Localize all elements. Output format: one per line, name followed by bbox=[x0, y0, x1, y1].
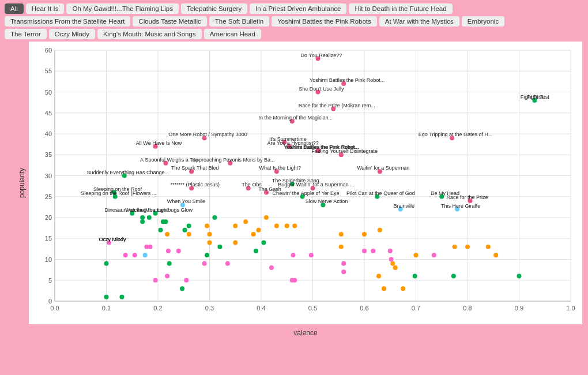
filter-transmissions[interactable]: Transmissions From the Satellite Heart bbox=[5, 16, 130, 27]
filter-row-1: All Hear It Is Oh My Gawd!!!...The Flami… bbox=[5, 3, 583, 14]
filter-soft-bulletin[interactable]: The Soft Bulletin bbox=[209, 16, 269, 27]
filter-the-terror[interactable]: The Terror bbox=[5, 29, 47, 39]
filter-american-head[interactable]: American Head bbox=[204, 29, 261, 39]
y-axis-label: popularity bbox=[18, 168, 26, 198]
chart-wrapper: popularity valence bbox=[29, 42, 583, 326]
filter-bar: All Hear It Is Oh My Gawd!!!...The Flami… bbox=[0, 0, 588, 39]
chart-container: popularity valence bbox=[29, 42, 582, 324]
filter-hit-to-death[interactable]: Hit to Death in the Future Head bbox=[349, 3, 452, 14]
filter-at-war[interactable]: At War with the Mystics bbox=[379, 16, 459, 27]
filter-all[interactable]: All bbox=[5, 3, 24, 14]
scatter-chart bbox=[29, 42, 582, 324]
filter-clouds[interactable]: Clouds Taste Metallic bbox=[133, 16, 206, 27]
filter-telepathic-surgery[interactable]: Telepathic Surgery bbox=[181, 3, 247, 14]
filter-row-2: Transmissions From the Satellite Heart C… bbox=[5, 16, 583, 27]
filter-oh-my-gawd[interactable]: Oh My Gawd!!!...The Flaming Lips bbox=[66, 3, 178, 14]
filter-row-3: The Terror Oczy Mlody King's Mouth: Musi… bbox=[5, 29, 583, 39]
filter-priest-driven[interactable]: In a Priest Driven Ambulance bbox=[250, 3, 346, 14]
filter-oczy-mlody[interactable]: Oczy Mlody bbox=[49, 29, 95, 39]
filter-kings-mouth[interactable]: King's Mouth: Music and Songs bbox=[97, 29, 202, 39]
x-axis-label: valence bbox=[293, 329, 317, 337]
filter-yoshimi[interactable]: Yoshimi Battles the Pink Robots bbox=[272, 16, 377, 27]
filter-embryonic[interactable]: Embryonic bbox=[462, 16, 504, 27]
filter-hear-it-is[interactable]: Hear It Is bbox=[26, 3, 65, 14]
